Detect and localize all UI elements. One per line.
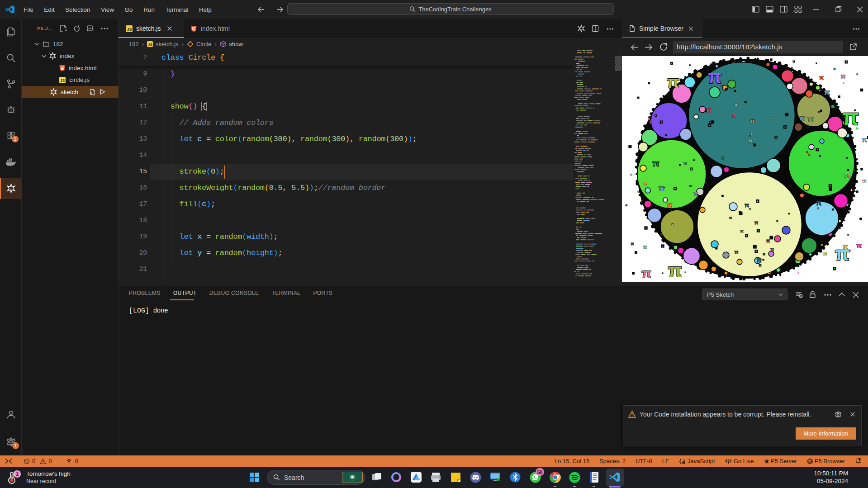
svg-text:π: π bbox=[819, 74, 824, 81]
svg-text:π: π bbox=[750, 131, 754, 137]
svg-text:π: π bbox=[732, 113, 735, 118]
svg-text:π: π bbox=[745, 202, 749, 208]
svg-text:π: π bbox=[667, 73, 679, 91]
svg-text:π: π bbox=[754, 220, 759, 225]
svg-text:π: π bbox=[643, 181, 647, 186]
svg-text:π: π bbox=[824, 89, 830, 96]
svg-text:π: π bbox=[693, 190, 697, 197]
svg-text:π: π bbox=[766, 238, 770, 243]
svg-text:π: π bbox=[842, 105, 859, 129]
svg-text:π: π bbox=[684, 161, 687, 166]
svg-text:π: π bbox=[735, 249, 739, 255]
svg-text:π: π bbox=[643, 244, 647, 250]
svg-text:π: π bbox=[748, 138, 752, 145]
svg-text:π: π bbox=[823, 251, 827, 256]
svg-text:π: π bbox=[721, 156, 724, 160]
svg-text:π: π bbox=[667, 201, 672, 208]
svg-text:π: π bbox=[757, 256, 762, 264]
svg-text:π: π bbox=[729, 216, 732, 220]
svg-text:π: π bbox=[770, 247, 774, 252]
svg-text:π: π bbox=[844, 171, 849, 179]
svg-text:π: π bbox=[641, 266, 651, 280]
svg-text:π: π bbox=[807, 114, 813, 123]
svg-text:π: π bbox=[631, 242, 634, 246]
svg-text:π: π bbox=[863, 178, 867, 184]
svg-text:π: π bbox=[862, 136, 867, 143]
svg-text:π: π bbox=[706, 106, 711, 114]
svg-text:π: π bbox=[652, 158, 659, 168]
svg-text:π: π bbox=[708, 67, 722, 87]
svg-text:π: π bbox=[843, 242, 848, 250]
svg-text:π: π bbox=[735, 103, 737, 107]
svg-text:π: π bbox=[856, 242, 862, 249]
svg-text:π: π bbox=[658, 184, 664, 193]
svg-text:π: π bbox=[841, 73, 845, 80]
svg-text:1: 1 bbox=[16, 471, 19, 477]
svg-text:π: π bbox=[668, 261, 682, 280]
svg-text:π: π bbox=[799, 114, 805, 122]
svg-text:π: π bbox=[740, 229, 744, 233]
svg-text:π: π bbox=[816, 199, 821, 207]
svg-text:π: π bbox=[750, 118, 755, 124]
